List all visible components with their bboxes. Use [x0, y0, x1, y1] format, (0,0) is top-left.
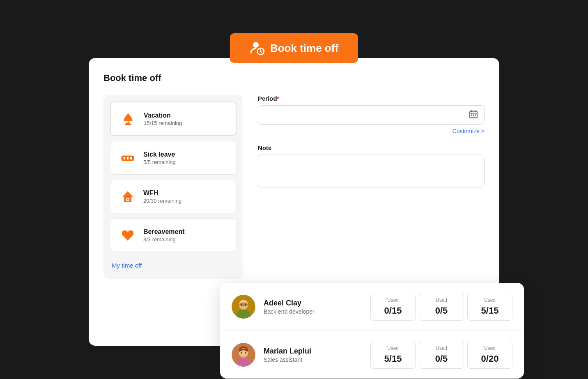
usage-cell-adeel-0: Used 0/15 — [370, 293, 416, 321]
page-wrapper: Book time off Book time off — [89, 58, 499, 346]
svg-rect-3 — [125, 124, 131, 125]
vacation-remaining: 15/15 remaining — [144, 120, 182, 126]
bereavement-remaining: 3/3 remaining — [143, 236, 185, 243]
svg-marker-10 — [122, 191, 133, 197]
employees-card: Adeel Clay Back end developer Used 0/15 … — [220, 283, 524, 379]
svg-rect-7 — [124, 157, 125, 159]
employee-name-adeel: Adeel Clay — [264, 299, 370, 307]
employee-row-marian: Marian Leplui Sales assistant Used 5/15 … — [220, 331, 524, 379]
book-time-off-header-button[interactable]: Book time off — [230, 33, 358, 63]
svg-rect-16 — [473, 114, 474, 116]
usage-cell-marian-2: Used 0/20 — [467, 341, 512, 369]
wfh-icon — [119, 187, 137, 206]
usage-cell-adeel-2: Used 5/15 — [467, 293, 512, 321]
vacation-info: Vacation 15/15 remaining — [144, 112, 182, 126]
svg-point-28 — [245, 352, 246, 354]
period-input-wrapper — [258, 105, 485, 125]
usage-label-marian-1: Used — [425, 345, 458, 351]
leave-item-sick[interactable]: Sick leave 5/5 remaining — [110, 141, 237, 175]
svg-point-22 — [241, 304, 242, 306]
wfh-remaining: 20/30 remaining — [143, 198, 181, 204]
usage-value-marian-2: 0/20 — [473, 354, 506, 364]
usage-value-marian-1: 0/5 — [425, 354, 458, 364]
usage-label-marian-0: Used — [377, 345, 409, 351]
bereavement-icon — [119, 226, 137, 244]
svg-point-21 — [239, 303, 248, 307]
leave-item-wfh[interactable]: WFH 20/30 remaining — [110, 180, 237, 213]
period-input[interactable] — [258, 105, 485, 125]
note-label: Note — [258, 144, 485, 151]
customize-link[interactable]: Customize > — [258, 128, 485, 134]
vacation-icon — [119, 110, 137, 128]
card-title: Book time off — [103, 73, 485, 83]
usage-cell-adeel-1: Used 0/5 — [419, 293, 464, 321]
book-time-off-icon — [250, 41, 264, 55]
usage-cells-adeel: Used 0/15 Used 0/5 Used 5/15 — [370, 293, 512, 321]
employee-info-adeel: Adeel Clay Back end developer — [264, 299, 370, 315]
usage-cell-marian-1: Used 0/5 — [419, 341, 464, 369]
usage-value-adeel-1: 0/5 — [425, 305, 458, 316]
employee-name-marian: Marian Leplui — [264, 347, 370, 356]
usage-label-marian-2: Used — [473, 345, 506, 351]
employee-info-marian: Marian Leplui Sales assistant — [264, 347, 370, 363]
svg-rect-17 — [475, 114, 476, 116]
svg-rect-9 — [130, 157, 132, 159]
wfh-info: WFH 20/30 remaining — [143, 190, 181, 204]
vacation-name: Vacation — [144, 112, 182, 119]
employee-role-adeel: Back end developer — [264, 308, 370, 315]
card-body: Vacation 15/15 remaining — [103, 95, 485, 279]
leave-types-panel: Vacation 15/15 remaining — [103, 95, 243, 279]
leave-item-bereavement[interactable]: Bereavement 3/3 remaining — [110, 218, 237, 252]
period-group: Period* — [258, 95, 485, 134]
period-label: Period* — [258, 95, 485, 102]
sick-leave-icon — [119, 149, 137, 167]
svg-point-0 — [253, 42, 259, 48]
sick-leave-remaining: 5/5 remaining — [143, 159, 176, 165]
usage-label-adeel-1: Used — [425, 297, 458, 303]
svg-rect-15 — [471, 114, 472, 116]
usage-label-adeel-2: Used — [473, 297, 506, 303]
leave-item-vacation[interactable]: Vacation 15/15 remaining — [110, 102, 237, 136]
sick-leave-name: Sick leave — [143, 151, 176, 158]
bereavement-name: Bereavement — [143, 228, 185, 236]
sick-leave-info: Sick leave 5/5 remaining — [143, 151, 176, 165]
calendar-icon[interactable] — [469, 109, 478, 120]
book-time-off-header-label: Book time off — [270, 42, 338, 55]
my-time-off-link[interactable]: My time off — [110, 259, 237, 272]
usage-cell-marian-0: Used 5/15 — [370, 341, 416, 369]
bereavement-info: Bereavement 3/3 remaining — [143, 228, 185, 243]
usage-value-adeel-0: 0/15 — [377, 305, 409, 316]
usage-value-adeel-2: 5/15 — [473, 305, 506, 316]
note-group: Note — [258, 144, 485, 189]
svg-point-27 — [241, 352, 242, 354]
note-input[interactable] — [258, 155, 485, 187]
usage-label-adeel-0: Used — [377, 297, 409, 303]
employee-row-adeel: Adeel Clay Back end developer Used 0/15 … — [220, 283, 524, 331]
avatar-adeel — [232, 295, 255, 319]
svg-point-23 — [245, 304, 246, 306]
employee-role-marian: Sales assistant — [264, 356, 370, 363]
usage-cells-marian: Used 5/15 Used 0/5 Used 0/20 — [370, 341, 512, 369]
usage-value-marian-0: 5/15 — [377, 354, 409, 364]
svg-rect-8 — [127, 157, 129, 159]
svg-point-13 — [127, 199, 129, 200]
form-panel: Period* — [258, 95, 485, 199]
avatar-marian — [232, 343, 255, 367]
wfh-name: WFH — [143, 190, 181, 197]
